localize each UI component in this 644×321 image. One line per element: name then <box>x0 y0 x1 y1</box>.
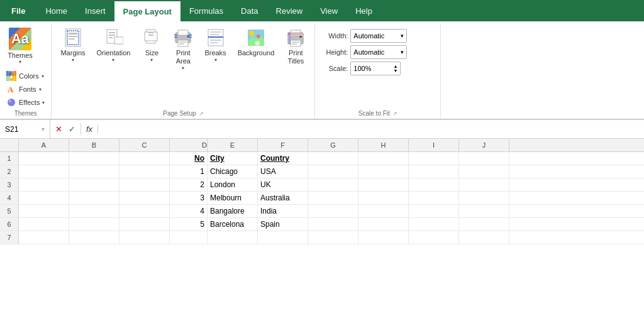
cell-d4[interactable]: 3 <box>170 192 208 204</box>
cell-b5[interactable] <box>69 205 119 217</box>
cell-h4[interactable] <box>358 192 409 204</box>
cell-d3[interactable]: 2 <box>170 178 208 191</box>
background-button[interactable]: ⊕ Background <box>233 25 280 60</box>
cell-h7[interactable] <box>358 231 409 244</box>
cell-h2[interactable] <box>358 165 409 178</box>
cell-f4[interactable]: Australia <box>258 192 308 204</box>
cell-c3[interactable] <box>119 178 170 191</box>
cell-c1[interactable] <box>119 152 170 165</box>
cell-h6[interactable] <box>358 218 409 231</box>
col-header-a[interactable]: A <box>19 139 69 151</box>
effects-button[interactable]: Effects ▾ <box>4 96 47 109</box>
cell-a2[interactable] <box>19 165 69 178</box>
cell-a6[interactable] <box>19 218 69 231</box>
row-header-5[interactable]: 5 <box>0 205 19 217</box>
cell-a1[interactable] <box>19 152 69 165</box>
cell-b7[interactable] <box>69 231 119 244</box>
col-header-e[interactable]: E <box>208 139 258 151</box>
cell-c2[interactable] <box>119 165 170 178</box>
cell-e4[interactable]: Melbourn <box>208 192 258 204</box>
cell-j4[interactable] <box>459 192 509 204</box>
cell-g2[interactable] <box>308 165 358 178</box>
cell-i5[interactable] <box>409 205 459 217</box>
col-header-d[interactable]: D <box>170 139 208 151</box>
cell-j6[interactable] <box>459 218 509 231</box>
cell-d7[interactable] <box>170 231 208 244</box>
tab-formulas[interactable]: Formulas <box>180 0 232 21</box>
cell-a7[interactable] <box>19 231 69 244</box>
cell-i4[interactable] <box>409 192 459 204</box>
cell-e7[interactable] <box>208 231 258 244</box>
width-select[interactable]: Automatic ▾ <box>350 29 407 43</box>
page-setup-expand-icon[interactable]: ↗ <box>199 111 204 117</box>
cell-f7[interactable] <box>258 231 308 244</box>
cell-i3[interactable] <box>409 178 459 191</box>
cell-g4[interactable] <box>308 192 358 204</box>
tab-file[interactable]: File <box>0 0 36 21</box>
col-header-b[interactable]: B <box>69 139 119 151</box>
cell-i6[interactable] <box>409 218 459 231</box>
cell-e5[interactable]: Bangalore <box>208 205 258 217</box>
tab-insert[interactable]: Insert <box>76 0 114 21</box>
cell-e1[interactable]: City <box>208 152 258 165</box>
cell-g6[interactable] <box>308 218 358 231</box>
row-header-2[interactable]: 2 <box>0 165 19 178</box>
row-header-7[interactable]: 7 <box>0 231 19 244</box>
cell-d2[interactable]: 1 <box>170 165 208 178</box>
cell-i7[interactable] <box>409 231 459 244</box>
cancel-formula-button[interactable]: ✕ <box>54 123 64 135</box>
cell-b4[interactable] <box>69 192 119 204</box>
tab-data[interactable]: Data <box>232 0 267 21</box>
scale-input[interactable]: 100% ▲ ▼ <box>350 62 401 75</box>
cell-b6[interactable] <box>69 218 119 231</box>
cell-reference-box[interactable]: S21 ▾ <box>0 120 50 138</box>
cell-b2[interactable] <box>69 165 119 178</box>
col-header-j[interactable]: J <box>459 139 509 151</box>
tab-view[interactable]: View <box>311 0 347 21</box>
cell-j7[interactable] <box>459 231 509 244</box>
orientation-button[interactable]: Orientation ▾ <box>92 25 136 65</box>
height-select[interactable]: Automatic ▾ <box>350 45 407 59</box>
cell-b3[interactable] <box>69 178 119 191</box>
cell-j2[interactable] <box>459 165 509 178</box>
col-header-i[interactable]: I <box>409 139 459 151</box>
row-header-6[interactable]: 6 <box>0 218 19 231</box>
margins-button[interactable]: Margins ▾ <box>55 25 90 65</box>
colors-button[interactable]: A Colors ▾ <box>4 70 47 82</box>
tab-home[interactable]: Home <box>36 0 76 21</box>
col-header-c[interactable]: C <box>119 139 170 151</box>
cell-e6[interactable]: Barcelona <box>208 218 258 231</box>
cell-g3[interactable] <box>308 178 358 191</box>
cell-j3[interactable] <box>459 178 509 191</box>
cell-i2[interactable] <box>409 165 459 178</box>
cell-f6[interactable]: Spain <box>258 218 308 231</box>
cell-j5[interactable] <box>459 205 509 217</box>
cell-f1[interactable]: Country <box>258 152 308 165</box>
scale-spinner[interactable]: ▲ ▼ <box>393 64 397 73</box>
themes-button[interactable]: Aa Themes ▾ <box>4 25 36 67</box>
cell-f2[interactable]: USA <box>258 165 308 178</box>
size-button[interactable]: Size ▾ <box>136 25 167 65</box>
cell-b1[interactable] <box>69 152 119 165</box>
row-header-3[interactable]: 3 <box>0 178 19 191</box>
cell-h1[interactable] <box>358 152 409 165</box>
cell-e2[interactable]: Chicago <box>208 165 258 178</box>
col-header-f[interactable]: F <box>258 139 308 151</box>
cell-f3[interactable]: UK <box>258 178 308 191</box>
cell-d6[interactable]: 5 <box>170 218 208 231</box>
cell-d5[interactable]: 4 <box>170 205 208 217</box>
corner-cell[interactable] <box>0 139 19 151</box>
row-header-1[interactable]: 1 <box>0 152 19 165</box>
cell-a3[interactable] <box>19 178 69 191</box>
cell-e3[interactable]: London <box>208 178 258 191</box>
function-wizard-button[interactable]: fx <box>81 124 98 134</box>
tab-help[interactable]: Help <box>347 0 381 21</box>
fonts-button[interactable]: A Fonts ▾ <box>4 83 47 95</box>
col-header-g[interactable]: G <box>308 139 358 151</box>
cell-c4[interactable] <box>119 192 170 204</box>
cell-i1[interactable] <box>409 152 459 165</box>
cell-g5[interactable] <box>308 205 358 217</box>
cell-f5[interactable]: India <box>258 205 308 217</box>
print-titles-button[interactable]: PrintTitles <box>280 25 311 68</box>
cell-j1[interactable] <box>459 152 509 165</box>
